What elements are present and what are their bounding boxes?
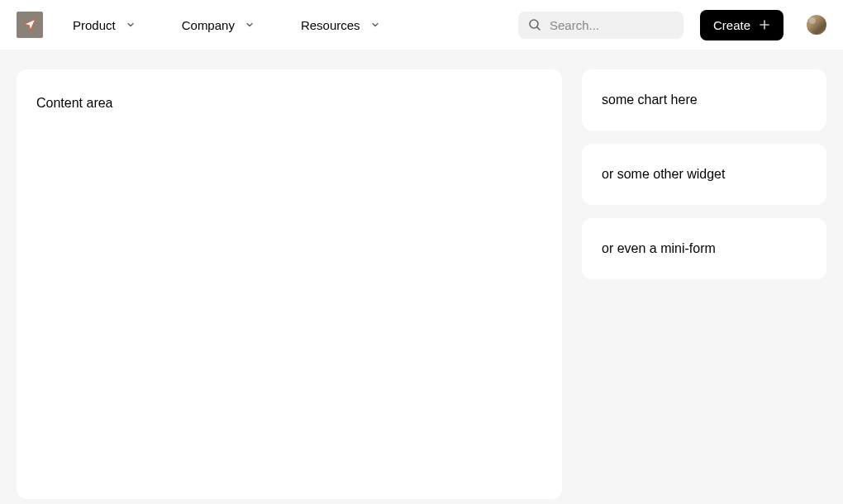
header: Product Company Resources (0, 0, 843, 50)
chevron-down-icon (126, 20, 136, 30)
svg-line-1 (537, 27, 540, 30)
main-content-area: Content area (17, 69, 562, 499)
widget-text: or even a mini-form (602, 241, 807, 256)
nav-label: Company (182, 18, 235, 32)
search-icon (528, 18, 541, 31)
content-wrapper: Content area some chart here or some oth… (0, 50, 843, 504)
search-box[interactable] (518, 12, 683, 39)
avatar[interactable] (807, 15, 826, 35)
chevron-down-icon (370, 20, 380, 30)
nav-menu: Product Company Resources (63, 13, 410, 37)
nav-label: Resources (301, 18, 360, 32)
nav-item-product[interactable]: Product (63, 13, 145, 37)
content-area-title: Content area (36, 96, 542, 111)
logo-icon (22, 17, 37, 32)
widget-text: or some other widget (602, 167, 807, 182)
widget-chart: some chart here (582, 69, 826, 131)
widget-other: or some other widget (582, 144, 826, 205)
create-button[interactable]: Create (700, 10, 783, 40)
widget-text: some chart here (602, 93, 807, 107)
create-label: Create (713, 18, 750, 32)
search-input[interactable] (550, 18, 674, 32)
logo[interactable] (17, 12, 43, 38)
nav-item-company[interactable]: Company (172, 13, 264, 37)
nav-label: Product (73, 18, 116, 32)
plus-icon (759, 19, 770, 31)
widget-miniform: or even a mini-form (582, 218, 826, 279)
sidebar-widgets: some chart here or some other widget or … (582, 69, 826, 499)
chevron-down-icon (245, 20, 255, 30)
nav-item-resources[interactable]: Resources (291, 13, 390, 37)
